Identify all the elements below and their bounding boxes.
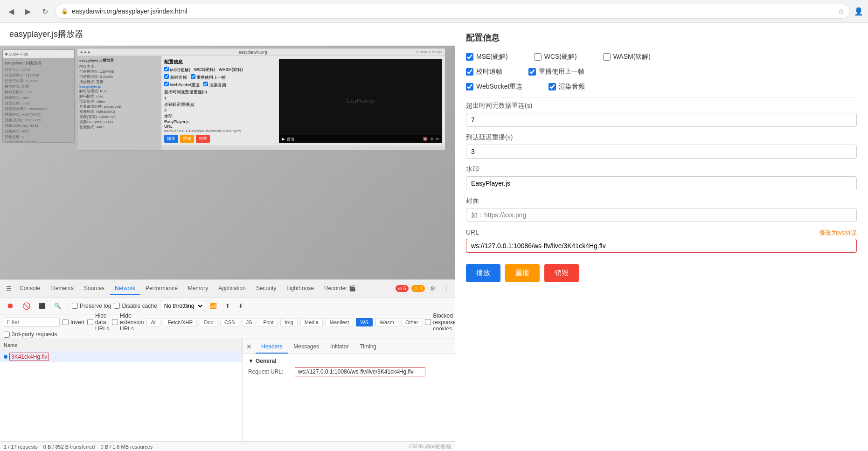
tab-network[interactable]: Network bbox=[110, 282, 140, 295]
websocket-reconnect-checkbox[interactable] bbox=[466, 83, 473, 90]
tab-recorder[interactable]: Recorder 🎬 bbox=[319, 282, 361, 295]
url-input[interactable] bbox=[72, 7, 834, 15]
hide-data-urls-input[interactable] bbox=[87, 319, 93, 325]
tab-application[interactable]: Application bbox=[214, 282, 250, 295]
ns2-play-icon: ▶ bbox=[282, 137, 285, 141]
reload-button-config[interactable]: 重播 bbox=[505, 264, 540, 282]
filter-all-btn[interactable]: All bbox=[146, 318, 160, 326]
tab-timing[interactable]: Timing bbox=[354, 340, 382, 354]
devtools-more-icon[interactable]: ⋮ bbox=[441, 284, 451, 294]
wasm-checkbox-label[interactable]: WASM(软解) bbox=[603, 53, 651, 61]
mse-checkbox-label[interactable]: MSE(硬解) bbox=[466, 53, 508, 61]
preserve-log-checkbox[interactable]: Preserve log bbox=[72, 303, 111, 309]
filter-manifest-btn[interactable]: Manifest bbox=[326, 318, 354, 326]
bookmark-icon[interactable]: ☆ bbox=[838, 7, 844, 16]
play-button[interactable]: 播放 bbox=[466, 264, 500, 282]
filter-fetch-xhr-btn[interactable]: Fetch/XHR bbox=[164, 318, 197, 326]
invert-input[interactable] bbox=[62, 319, 69, 325]
config-row-2: 校时追帧 重播使用上一帧 bbox=[466, 68, 857, 76]
calibrate-checkbox[interactable] bbox=[466, 68, 473, 76]
tab-initiator[interactable]: Initiator bbox=[325, 340, 354, 354]
filter-input[interactable] bbox=[4, 318, 60, 327]
upload-icon[interactable]: ⬆ bbox=[222, 301, 233, 311]
tab-messages[interactable]: Messages bbox=[288, 340, 325, 354]
url-config-label: URL bbox=[466, 229, 479, 236]
ns2-status-text: 普清 bbox=[287, 137, 294, 142]
delay-input[interactable] bbox=[466, 145, 857, 159]
tab-performance[interactable]: Performance bbox=[141, 282, 182, 295]
ns2-play-btn[interactable]: 播放 bbox=[164, 135, 178, 143]
close-detail-button[interactable]: ✕ bbox=[244, 342, 254, 351]
blocked-cookies-checkbox[interactable]: Blocked response cookies bbox=[425, 312, 455, 332]
request-url-value[interactable] bbox=[295, 367, 425, 376]
ns2-reload-btn[interactable]: 重播 bbox=[180, 135, 194, 143]
general-section: ▼ General Request URL: bbox=[243, 354, 455, 382]
watermark-input[interactable] bbox=[466, 176, 857, 190]
filter-js-btn[interactable]: JS bbox=[242, 318, 257, 326]
ns2-stop-btn[interactable]: 销毁 bbox=[196, 135, 210, 143]
devtools-settings-icon[interactable]: ⚙ bbox=[428, 284, 438, 294]
calibrate-checkbox-label[interactable]: 校时追帧 bbox=[466, 68, 502, 76]
forward-button[interactable]: ▶ bbox=[21, 5, 35, 18]
invert-checkbox[interactable]: Invert bbox=[62, 319, 84, 326]
stop-button[interactable]: 销毁 bbox=[544, 264, 579, 282]
general-section-title[interactable]: ▼ General bbox=[248, 358, 449, 364]
tab-memory[interactable]: Memory bbox=[183, 282, 213, 295]
tab-elements[interactable]: Elements bbox=[46, 282, 78, 295]
replay-last-label: 重播使用上一帧 bbox=[539, 68, 584, 76]
third-party-checkbox[interactable]: 3rd-party requests bbox=[4, 331, 451, 338]
filter-wasm-btn[interactable]: Wasm bbox=[375, 318, 398, 326]
hide-ext-urls-input[interactable] bbox=[112, 319, 118, 325]
ns2-mute-icon: 🔇 bbox=[423, 137, 428, 141]
stop-record-btn[interactable]: ⏺ bbox=[4, 300, 17, 312]
replay-last-checkbox-label[interactable]: 重播使用上一帧 bbox=[528, 68, 584, 76]
render-audio-checkbox-label[interactable]: 渲染音频 bbox=[549, 83, 585, 91]
replay-last-checkbox[interactable] bbox=[528, 68, 536, 76]
disable-cache-checkbox[interactable]: Disable cache bbox=[114, 303, 157, 309]
url-input-config[interactable] bbox=[466, 239, 857, 253]
resources-size: 0 B / 1.6 MB resources bbox=[100, 444, 153, 450]
preserve-log-input[interactable] bbox=[72, 303, 78, 309]
filter-other-btn[interactable]: Other bbox=[401, 318, 423, 326]
hide-ext-urls-label: Hide extension URLs bbox=[120, 312, 144, 332]
mse-checkbox[interactable] bbox=[466, 53, 473, 61]
websocket-reconnect-checkbox-label[interactable]: WebSocket重连 bbox=[466, 83, 522, 91]
hide-data-urls-checkbox[interactable]: Hide data URLs bbox=[87, 312, 109, 332]
ns2-config-top: 配置信息 MSE(硬解) WCS(硬解) WASM(软解) 校时追帧 重播使用上… bbox=[161, 56, 445, 146]
disable-cache-input[interactable] bbox=[114, 303, 120, 309]
wcs-checkbox-label[interactable]: WCS(硬解) bbox=[534, 53, 577, 61]
download-icon[interactable]: ⬇ bbox=[236, 301, 246, 311]
filter-media-btn[interactable]: Media bbox=[300, 318, 323, 326]
render-audio-checkbox[interactable] bbox=[549, 83, 556, 90]
filter-bar: Invert Hide data URLs Hide extension URL… bbox=[0, 314, 455, 330]
search-btn[interactable]: 🔍 bbox=[51, 301, 64, 311]
wifi-icon[interactable]: 📶 bbox=[207, 301, 220, 311]
tab-sources[interactable]: Sources bbox=[79, 282, 109, 295]
table-row[interactable]: 3K41ck4Hg.flv bbox=[0, 351, 242, 362]
filter-img-btn[interactable]: Img bbox=[280, 318, 297, 326]
cover-input[interactable] bbox=[466, 208, 857, 222]
filter-font-btn[interactable]: Font bbox=[259, 318, 278, 326]
filter-icon-btn[interactable]: ⬛ bbox=[36, 301, 49, 311]
third-party-input[interactable] bbox=[4, 332, 10, 338]
tab-security[interactable]: Security bbox=[251, 282, 281, 295]
throttle-select[interactable]: No throttling bbox=[160, 301, 204, 311]
filter-ws-btn[interactable]: WS bbox=[356, 318, 373, 326]
back-button[interactable]: ◀ bbox=[5, 5, 18, 18]
ns2-video-preview: EasyPlayer.js ▶ 普清 🔇 ⏸ ✂ bbox=[279, 59, 442, 143]
wcs-checkbox[interactable] bbox=[534, 53, 542, 61]
devtools-menu-icon[interactable]: ☰ bbox=[4, 284, 14, 294]
tab-headers[interactable]: Headers bbox=[256, 340, 288, 354]
wasm-checkbox[interactable] bbox=[603, 53, 611, 61]
profile-icon[interactable]: 👤 bbox=[854, 7, 863, 16]
hide-ext-urls-checkbox[interactable]: Hide extension URLs bbox=[112, 312, 144, 332]
filter-css-btn[interactable]: CSS bbox=[220, 318, 239, 326]
blocked-cookies-input[interactable] bbox=[425, 319, 431, 325]
address-bar[interactable]: 🔒 ☆ bbox=[55, 4, 850, 19]
filter-doc-btn[interactable]: Doc bbox=[200, 318, 217, 326]
reload-button[interactable]: ↻ bbox=[38, 5, 51, 18]
timeout-input[interactable] bbox=[466, 113, 857, 127]
tab-lighthouse[interactable]: Lighthouse bbox=[282, 282, 319, 295]
clear-btn[interactable]: 🚫 bbox=[20, 301, 33, 311]
tab-console[interactable]: Console bbox=[15, 282, 45, 295]
